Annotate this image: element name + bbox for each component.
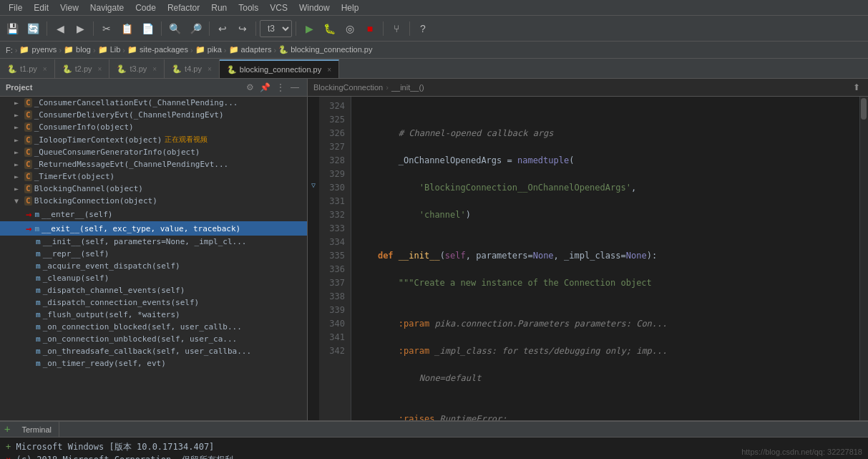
menu-file[interactable]: File — [3, 1, 28, 14]
sidebar-collapse-btn[interactable]: — — [288, 82, 301, 93]
menu-code[interactable]: Code — [130, 1, 162, 14]
toolbar-undo-btn[interactable]: ↩ — [213, 19, 232, 38]
toolbar-paste-btn[interactable]: 📄 — [138, 19, 157, 38]
tab-t2[interactable]: 🐍 t2.py × — [55, 59, 110, 78]
method-icon: m — [36, 249, 41, 259]
vcs-btn[interactable]: ⑂ — [387, 19, 406, 38]
gutter-342 — [308, 342, 319, 355]
toolbar-cut-btn[interactable]: ✂ — [97, 19, 116, 38]
toolbar-copy-btn[interactable]: 📋 — [117, 19, 137, 38]
menu-bar: File Edit View Navigate Code Refactor Ru… — [0, 0, 868, 16]
tree-item-dispatch-connection[interactable]: m _dispatch_connection_events(self) — [0, 296, 307, 309]
tree-item-consumer-delivery[interactable]: ► C _ConsumerDeliveryEvt(_ChannelPending… — [0, 109, 307, 121]
tree-item-flush[interactable]: m _flush_output(self, *waiters) — [0, 309, 307, 321]
sidebar-pin-btn[interactable]: 📌 — [258, 82, 273, 93]
sidebar-settings-btn[interactable]: ⋮ — [274, 82, 287, 93]
toolbar-sync-btn[interactable]: 🔄 — [24, 19, 43, 38]
tree-item-cleanup[interactable]: m _cleanup(self) — [0, 272, 307, 284]
breadcrumb-pika[interactable]: 📁 pika — [195, 45, 222, 54]
tree-label: __init__(self, parameters=None, _impl_cl… — [43, 237, 247, 246]
breadcrumb-f[interactable]: F: — [6, 46, 13, 54]
breadcrumb-file[interactable]: 🐍 blocking_connection.py — [278, 45, 372, 54]
tree-item-ioloop[interactable]: ► C _IoloopTimerContext(object) 正在观看视频 — [0, 133, 307, 146]
gutter-339 — [308, 301, 319, 314]
tree-item-consumer-cancellation[interactable]: ► C _ConsumerCancellationEvt(_ChannelPen… — [0, 97, 307, 109]
tab-t1-close[interactable]: × — [43, 65, 47, 73]
tab-blocking-close[interactable]: × — [327, 66, 331, 74]
tree-item-on-unblocked[interactable]: m _on_connection_unblocked(self, user_ca… — [0, 333, 307, 345]
tree-item-on-threadsafe[interactable]: m _on_threadsafe_callback(self, user_cal… — [0, 345, 307, 357]
toolbar-search2-btn[interactable]: 🔎 — [186, 19, 205, 38]
tree-item-queue-consumer[interactable]: ► C _QueueConsumerGeneratorInfo(object) — [0, 146, 307, 158]
editor-scrollbar[interactable] — [859, 97, 868, 420]
tree-item-init[interactable]: m __init__(self, parameters=None, _impl_… — [0, 236, 307, 248]
breadcrumb-pyenvs[interactable]: 📁 pyenvs — [19, 45, 57, 54]
tab-t4-close[interactable]: × — [208, 65, 212, 73]
gutter-337 — [308, 274, 319, 287]
menu-view[interactable]: View — [54, 1, 84, 14]
breadcrumb-lib[interactable]: 📁 Lib — [98, 45, 121, 54]
toolbar-sep-2 — [93, 21, 94, 36]
menu-navigate[interactable]: Navigate — [84, 1, 130, 14]
toolbar-redo-btn[interactable]: ↪ — [233, 19, 252, 38]
method-icon-selected: m — [34, 224, 39, 233]
line-334: :param _impl_class: for tests/debugging … — [357, 344, 854, 358]
gutter-331 — [308, 192, 319, 206]
tab-t4[interactable]: 🐍 t4.py × — [165, 59, 220, 78]
run-config-dropdown[interactable]: t3 — [260, 20, 292, 37]
sidebar-gear-btn[interactable]: ⚙ — [244, 82, 256, 93]
toolbar-forward-btn[interactable]: ▶ — [71, 19, 89, 38]
bottom-add-btn[interactable]: + — [0, 422, 14, 437]
coverage-btn[interactable]: ◎ — [341, 19, 359, 38]
tree-item-repr[interactable]: m __repr__(self) — [0, 248, 307, 260]
bottom-tab-terminal[interactable]: Terminal — [14, 422, 59, 437]
tree-item-dispatch-channel[interactable]: m _dispatch_channel_events(self) — [0, 284, 307, 296]
class-icon: C — [24, 172, 32, 181]
breadcrumb-site-packages[interactable]: 📁 site-packages — [127, 45, 188, 54]
tab-t4-label: t4.py — [185, 64, 202, 73]
menu-tools[interactable]: Tools — [233, 1, 264, 14]
tree-item-consumer-info[interactable]: ► C _ConsumerInfo(object) — [0, 121, 307, 133]
tree-item-acquire[interactable]: m _acquire_event_dispatch(self) — [0, 260, 307, 272]
code-content[interactable]: # Channel-opened callback args _OnChanne… — [351, 97, 859, 420]
toolbar-search-btn[interactable]: 🔍 — [165, 19, 185, 38]
run-btn[interactable]: ▶ — [300, 19, 318, 38]
stop-btn[interactable]: ■ — [361, 19, 379, 38]
toolbar-save-btn[interactable]: 💾 — [3, 19, 22, 38]
bottom-tab-terminal-label: Terminal — [21, 425, 52, 434]
menu-help[interactable]: Help — [336, 1, 365, 14]
tree-item-blocking-connection[interactable]: ▼ C BlockingConnection(object) — [0, 195, 307, 207]
menu-window[interactable]: Window — [293, 1, 336, 14]
tab-t3[interactable]: 🐍 t3.py × — [109, 59, 165, 78]
method-icon: m — [36, 261, 41, 271]
menu-vcs[interactable]: VCS — [264, 1, 293, 14]
help-btn[interactable]: ? — [414, 19, 432, 38]
debug-btn[interactable]: 🐛 — [320, 19, 339, 38]
tree-item-returned-message[interactable]: ► C _ReturnedMessageEvt(_ChannelPendingE… — [0, 158, 307, 170]
tab-t3-close[interactable]: × — [152, 65, 157, 73]
tree-item-blocking-channel[interactable]: ► C BlockingChannel(object) — [0, 183, 307, 195]
editor-scroll-top[interactable]: ⬆ — [851, 82, 862, 93]
class-icon: C — [24, 98, 32, 107]
line-327: 'BlockingConnection__OnChannelOpenedArgs… — [357, 181, 854, 195]
line-330: def __init__(self, parameters=None, _imp… — [357, 249, 854, 263]
breadcrumb-adapters[interactable]: 📁 adapters — [229, 45, 272, 54]
menu-edit[interactable]: Edit — [28, 1, 54, 14]
tab-t1[interactable]: 🐍 t1.py × — [0, 59, 55, 78]
tree-item-on-blocked[interactable]: m _on_connection_blocked(self, user_call… — [0, 321, 307, 333]
tab-blocking[interactable]: 🐍 blocking_connection.py × — [220, 59, 339, 78]
method-icon: m — [34, 210, 39, 219]
menu-run[interactable]: Run — [205, 1, 233, 14]
tree-item-timer-evt[interactable]: ► C _TimerEvt(object) — [0, 170, 307, 183]
project-tree: ► C _ConsumerCancellationEvt(_ChannelPen… — [0, 97, 307, 420]
tree-item-enter[interactable]: → m __enter__(self) — [0, 207, 307, 221]
tree-item-on-timer[interactable]: m _on_timer_ready(self, evt) — [0, 357, 307, 369]
toolbar-sep-5 — [255, 21, 256, 36]
tab-t2-close[interactable]: × — [98, 65, 102, 73]
tree-item-exit[interactable]: → m __exit__(self, exc_type, value, trac… — [0, 221, 307, 236]
breadcrumb-blog[interactable]: 📁 blog — [64, 45, 91, 54]
menu-refactor[interactable]: Refactor — [162, 1, 205, 14]
toolbar: 💾 🔄 ◀ ▶ ✂ 📋 📄 🔍 🔎 ↩ ↪ t3 ▶ 🐛 ◎ ■ ⑂ ? — [0, 16, 868, 42]
line-numbers: 324 325 326 327 328 329 330 331 332 333 … — [319, 97, 351, 420]
toolbar-back-btn[interactable]: ◀ — [51, 19, 69, 38]
